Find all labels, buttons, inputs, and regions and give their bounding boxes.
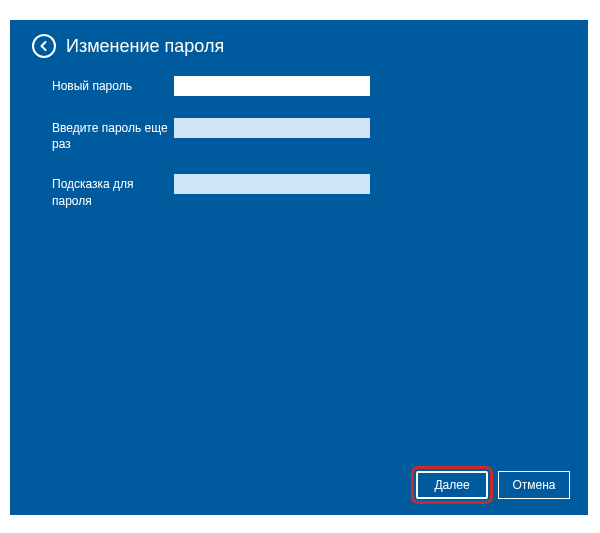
dialog-footer: Далее Отмена <box>416 471 570 499</box>
label-confirm-password: Введите пароль еще раз <box>52 118 174 152</box>
row-confirm-password: Введите пароль еще раз <box>52 118 566 152</box>
password-hint-input[interactable] <box>174 174 370 194</box>
confirm-password-input[interactable] <box>174 118 370 138</box>
row-hint: Подсказка для пароля <box>52 174 566 208</box>
dialog-header: Изменение пароля <box>10 20 588 58</box>
cancel-button[interactable]: Отмена <box>498 471 570 499</box>
label-new-password: Новый пароль <box>52 76 174 94</box>
label-hint: Подсказка для пароля <box>52 174 174 208</box>
change-password-dialog: Изменение пароля Новый пароль Введите па… <box>10 20 588 515</box>
new-password-input[interactable] <box>174 76 370 96</box>
back-button[interactable] <box>32 34 56 58</box>
page-title: Изменение пароля <box>66 36 224 57</box>
arrow-left-icon <box>38 40 50 52</box>
form: Новый пароль Введите пароль еще раз Подс… <box>10 58 588 209</box>
row-new-password: Новый пароль <box>52 76 566 96</box>
next-button[interactable]: Далее <box>416 471 488 499</box>
